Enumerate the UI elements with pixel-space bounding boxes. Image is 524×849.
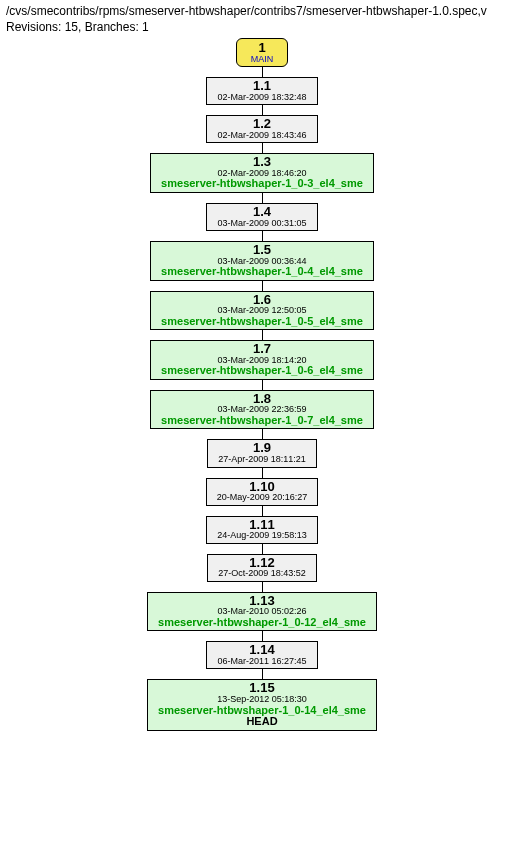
connector [262, 544, 263, 554]
connector [262, 582, 263, 592]
revision-node[interactable]: 1.12 27-Oct-2009 18:43:52 [207, 554, 317, 582]
revision-number: 1.14 [217, 643, 306, 657]
connector [262, 143, 263, 153]
connector [262, 631, 263, 641]
revision-number: 1.12 [218, 556, 306, 570]
revision-number: 1.8 [161, 392, 363, 406]
revision-number: 1.15 [158, 681, 366, 695]
revision-number: 1.2 [217, 117, 306, 131]
connector [262, 281, 263, 291]
revision-date: 27-Oct-2009 18:43:52 [218, 569, 306, 578]
revision-node[interactable]: 1.10 20-May-2009 20:16:27 [206, 478, 319, 506]
revision-number: 1.11 [217, 518, 307, 532]
revision-number: 1.5 [161, 243, 363, 257]
revision-node[interactable]: 1.6 03-Mar-2009 12:50:05 smeserver-htbws… [150, 291, 374, 331]
revision-node[interactable]: 1.7 03-Mar-2009 18:14:20 smeserver-htbws… [150, 340, 374, 380]
revisions-summary: Revisions: 15, Branches: 1 [6, 20, 518, 34]
revision-tag: smeserver-htbwshaper-1_0-12_el4_sme [158, 617, 366, 629]
page: /cvs/smecontribs/rpms/smeserver-htbwshap… [0, 0, 524, 741]
connector [262, 380, 263, 390]
revision-number: 1.10 [217, 480, 308, 494]
revision-tag: smeserver-htbwshaper-1_0-4_el4_sme [161, 266, 363, 278]
revision-tag: smeserver-htbwshaper-1_0-6_el4_sme [161, 365, 363, 377]
connector [262, 67, 263, 77]
head-label: HEAD [158, 716, 366, 728]
revision-node[interactable]: 1.15 13-Sep-2012 05:18:30 smeserver-htbw… [147, 679, 377, 730]
revision-date: 20-May-2009 20:16:27 [217, 493, 308, 502]
branch-name: MAIN [251, 55, 274, 64]
revision-number: 1.13 [158, 594, 366, 608]
file-path: /cvs/smecontribs/rpms/smeserver-htbwshap… [6, 4, 518, 18]
revision-number: 1.7 [161, 342, 363, 356]
revision-number: 1.4 [217, 205, 306, 219]
revision-number: 1.9 [218, 441, 306, 455]
revision-node[interactable]: 1.2 02-Mar-2009 18:43:46 [206, 115, 317, 143]
revision-number: 1.6 [161, 293, 363, 307]
revision-number: 1.3 [161, 155, 363, 169]
connector [262, 506, 263, 516]
revision-tag: smeserver-htbwshaper-1_0-7_el4_sme [161, 415, 363, 427]
revision-node[interactable]: 1.9 27-Apr-2009 18:11:21 [207, 439, 317, 467]
revision-number: 1.1 [217, 79, 306, 93]
revision-node[interactable]: 1.13 03-Mar-2010 05:02:26 smeserver-htbw… [147, 592, 377, 632]
revision-node[interactable]: 1.11 24-Aug-2009 19:58:13 [206, 516, 318, 544]
revision-tree: 1 MAIN 1.1 02-Mar-2009 18:32:48 1.2 02-M… [6, 38, 518, 731]
connector [262, 193, 263, 203]
revision-tag: smeserver-htbwshaper-1_0-3_el4_sme [161, 178, 363, 190]
connector [262, 468, 263, 478]
revision-node[interactable]: 1.1 02-Mar-2009 18:32:48 [206, 77, 317, 105]
revision-date: 24-Aug-2009 19:58:13 [217, 531, 307, 540]
revision-date: 06-Mar-2011 16:27:45 [217, 657, 306, 666]
connector [262, 231, 263, 241]
revision-date: 27-Apr-2009 18:11:21 [218, 455, 306, 464]
revision-tag: smeserver-htbwshaper-1_0-5_el4_sme [161, 316, 363, 328]
revision-node[interactable]: 1.5 03-Mar-2009 00:36:44 smeserver-htbws… [150, 241, 374, 281]
connector [262, 429, 263, 439]
revision-node[interactable]: 1.4 03-Mar-2009 00:31:05 [206, 203, 317, 231]
revision-node[interactable]: 1.8 03-Mar-2009 22:36:59 smeserver-htbws… [150, 390, 374, 430]
revision-date: 02-Mar-2009 18:32:48 [217, 93, 306, 102]
revision-node[interactable]: 1.14 06-Mar-2011 16:27:45 [206, 641, 317, 669]
branch-number: 1 [251, 41, 274, 55]
revision-node[interactable]: 1.3 02-Mar-2009 18:46:20 smeserver-htbws… [150, 153, 374, 193]
branch-box[interactable]: 1 MAIN [236, 38, 289, 67]
connector [262, 330, 263, 340]
revision-date: 02-Mar-2009 18:43:46 [217, 131, 306, 140]
connector [262, 105, 263, 115]
revision-date: 03-Mar-2009 00:31:05 [217, 219, 306, 228]
connector [262, 669, 263, 679]
